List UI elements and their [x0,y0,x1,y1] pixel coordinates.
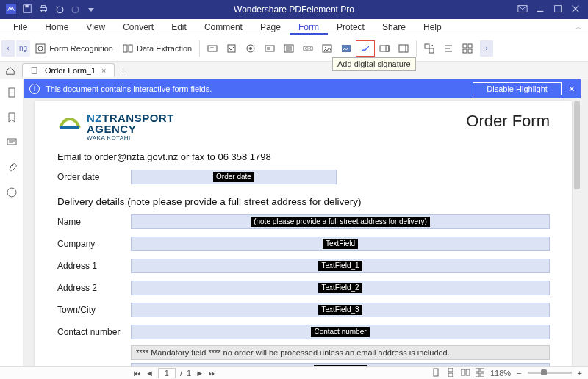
close-icon[interactable] [570,4,581,15]
menu-page[interactable]: Page [251,20,290,35]
minimize-icon[interactable] [535,4,545,15]
page-title: Order Form [466,112,550,131]
data-extraction-button[interactable]: Data Extraction [118,39,196,58]
svg-rect-13 [123,45,127,52]
digital-signature-icon[interactable] [356,40,375,57]
save-icon[interactable] [22,4,32,15]
redo-icon[interactable] [71,4,81,15]
contact-field[interactable]: Contact number [131,325,550,339]
notice-close-icon[interactable]: × [569,83,575,95]
menu-share[interactable]: Share [373,20,415,35]
svg-rect-52 [448,368,453,372]
comments-icon[interactable] [6,137,18,151]
notice-text: This document contains interactive form … [46,84,212,93]
company-field[interactable]: TextField [131,237,550,251]
menu-comment[interactable]: Comment [196,20,251,35]
address1-field[interactable]: TextField_1 [131,259,550,273]
order-date-label: Order date [57,172,131,182]
ribbon-overflow-label: ng [16,40,30,57]
menu-edit[interactable]: Edit [162,20,196,35]
collapse-ribbon-icon[interactable]: ︿ [575,22,582,32]
list-icon[interactable] [279,40,298,57]
tab-close-icon[interactable]: × [101,66,106,75]
barcode-icon[interactable] [394,40,413,57]
undo-icon[interactable] [54,4,65,15]
button-field-icon[interactable]: OK [298,40,318,57]
zoom-slider[interactable] [528,372,572,374]
order-date-field[interactable]: Order date [131,170,337,184]
prev-page-icon[interactable]: ◄ [146,369,154,378]
print-icon[interactable] [38,4,49,15]
view-two-cont-icon[interactable] [476,368,484,378]
text-field-icon[interactable]: T [203,40,222,57]
view-single-icon[interactable] [431,368,440,378]
tab-title: Order Form_1 [45,66,96,75]
menu-home[interactable]: Home [36,20,77,35]
first-page-icon[interactable]: ⏮ [133,369,141,378]
address2-field[interactable]: TextField_2 [131,281,550,295]
page-current[interactable]: 1 [158,368,176,378]
zoom-slider-thumb[interactable] [541,369,547,375]
svg-rect-42 [468,44,472,48]
left-rail [0,79,24,366]
page-canvas: NZTRANSPORT AGENCY WAKA KOTAHI Order For… [35,101,572,366]
zoom-in-icon[interactable]: + [578,369,582,378]
signature-draw-icon[interactable] [337,40,356,57]
mail-icon[interactable] [517,4,528,15]
towncity-field[interactable]: TextField_3 [131,303,550,317]
thumbnails-icon[interactable] [6,87,18,101]
menu-view[interactable]: View [77,20,114,35]
menu-help[interactable]: Help [415,20,451,35]
title-bar: Wondershare PDFelement Pro [0,0,588,19]
delivery-heading: Delivery details (note please provide a … [57,196,550,207]
search-panel-icon[interactable] [6,187,18,201]
align-icon[interactable] [439,40,458,57]
qat-dropdown-icon[interactable] [88,8,94,12]
image-field-icon[interactable] [318,40,337,57]
form-order-icon[interactable] [420,40,439,57]
combo-icon[interactable] [260,40,279,57]
field-tag: Order date [213,172,254,182]
svg-rect-32 [380,46,389,51]
home-tab-icon[interactable] [0,65,21,76]
scrollbar-thumb[interactable] [574,101,580,190]
svg-rect-4 [41,6,45,8]
svg-rect-36 [425,44,429,48]
view-continuous-icon[interactable] [446,368,455,378]
menu-file[interactable]: File [4,20,36,35]
ribbon-scroll-left[interactable]: ‹ [1,40,15,57]
menu-bar: File Home View Convert Edit Comment Page… [0,19,588,35]
link-field-icon[interactable] [375,40,394,57]
form-notice-bar: i This document contains interactive for… [24,79,581,98]
menu-protect[interactable]: Protect [328,20,373,35]
field-tag: TextField [323,239,358,249]
form-recognition-button[interactable]: Form Recognition [30,39,118,58]
maximize-icon[interactable] [553,4,563,15]
svg-rect-14 [129,45,132,52]
status-bar: ⏮ ◄ 1 / 1 ► ⏭ 118% − + [0,366,588,379]
next-page-icon[interactable]: ► [196,369,204,378]
new-tab-icon[interactable]: + [121,65,126,76]
view-two-icon[interactable] [461,368,470,378]
svg-rect-46 [9,88,15,97]
last-page-icon[interactable]: ⏭ [208,369,216,378]
checkbox-icon[interactable] [222,40,241,57]
ribbon-scroll-right[interactable]: › [480,40,493,57]
menu-form[interactable]: Form [290,20,328,35]
zoom-out-icon[interactable]: − [517,369,521,378]
name-field[interactable]: (note please provide a full street addre… [131,214,550,229]
document-tab[interactable]: Order Form_1 × [22,63,115,77]
field-tag: TextField_2 [318,283,362,293]
attachments-icon[interactable] [6,162,18,176]
menu-convert[interactable]: Convert [114,20,162,35]
form-recognition-label: Form Recognition [49,44,113,53]
company-label: Company [57,239,131,249]
svg-rect-2 [25,5,28,8]
more-fields-icon[interactable] [458,40,477,57]
vertical-scrollbar[interactable] [573,101,581,366]
radio-icon[interactable] [241,40,260,57]
svg-rect-56 [476,368,479,372]
bookmarks-icon[interactable] [6,112,18,126]
disable-highlight-button[interactable]: Disable Highlight [473,82,562,95]
svg-text:T: T [210,46,214,52]
